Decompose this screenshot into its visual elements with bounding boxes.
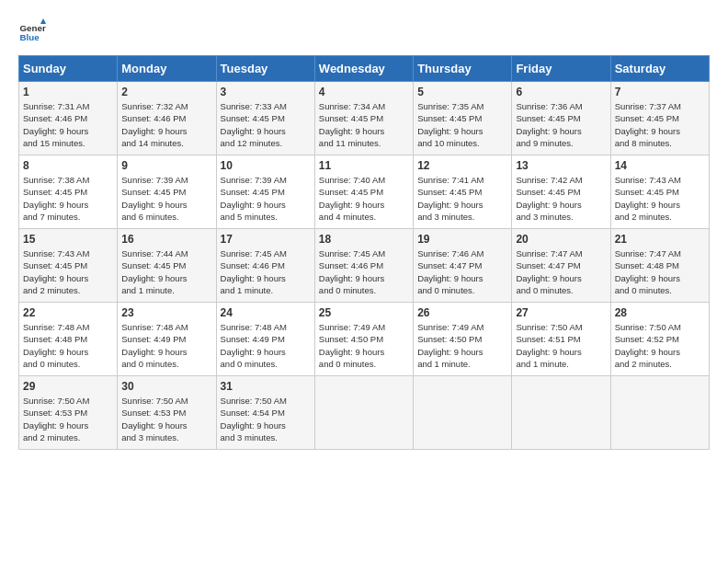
header-cell-friday: Friday	[512, 56, 610, 82]
calendar-header-row: SundayMondayTuesdayWednesdayThursdayFrid…	[19, 56, 710, 82]
day-number: 11	[319, 159, 409, 172]
day-cell: 7Sunrise: 7:37 AM Sunset: 4:45 PM Daylig…	[610, 82, 709, 155]
day-info: Sunrise: 7:33 AM Sunset: 4:45 PM Dayligh…	[221, 100, 311, 149]
page-header: General Blue	[18, 18, 710, 46]
day-info: Sunrise: 7:48 AM Sunset: 4:49 PM Dayligh…	[221, 321, 311, 370]
calendar-body: 1Sunrise: 7:31 AM Sunset: 4:46 PM Daylig…	[19, 82, 710, 450]
day-info: Sunrise: 7:44 AM Sunset: 4:45 PM Dayligh…	[121, 247, 211, 296]
day-cell: 20Sunrise: 7:47 AM Sunset: 4:47 PM Dayli…	[512, 229, 610, 303]
day-number: 2	[121, 86, 211, 98]
header-cell-monday: Monday	[118, 56, 216, 82]
day-number: 1	[23, 86, 113, 98]
day-number: 26	[417, 306, 507, 319]
day-cell: 27Sunrise: 7:50 AM Sunset: 4:51 PM Dayli…	[512, 303, 610, 376]
day-cell: 22Sunrise: 7:48 AM Sunset: 4:48 PM Dayli…	[19, 303, 118, 376]
day-info: Sunrise: 7:39 AM Sunset: 4:45 PM Dayligh…	[121, 174, 211, 223]
day-info: Sunrise: 7:43 AM Sunset: 4:45 PM Dayligh…	[23, 247, 113, 296]
day-info: Sunrise: 7:48 AM Sunset: 4:48 PM Dayligh…	[23, 321, 113, 370]
day-info: Sunrise: 7:48 AM Sunset: 4:49 PM Dayligh…	[121, 321, 211, 370]
logo-icon: General Blue	[18, 18, 46, 46]
day-cell: 11Sunrise: 7:40 AM Sunset: 4:45 PM Dayli…	[314, 155, 413, 229]
day-cell	[610, 376, 709, 450]
day-cell: 15Sunrise: 7:43 AM Sunset: 4:45 PM Dayli…	[19, 229, 118, 303]
day-info: Sunrise: 7:49 AM Sunset: 4:50 PM Dayligh…	[417, 321, 507, 370]
day-info: Sunrise: 7:32 AM Sunset: 4:46 PM Dayligh…	[121, 100, 211, 149]
day-number: 28	[615, 306, 705, 319]
day-cell: 2Sunrise: 7:32 AM Sunset: 4:46 PM Daylig…	[118, 82, 216, 155]
day-cell: 13Sunrise: 7:42 AM Sunset: 4:45 PM Dayli…	[512, 155, 610, 229]
week-row-5: 29Sunrise: 7:50 AM Sunset: 4:53 PM Dayli…	[19, 376, 710, 450]
day-number: 19	[417, 233, 507, 246]
day-cell: 17Sunrise: 7:45 AM Sunset: 4:46 PM Dayli…	[216, 229, 314, 303]
svg-marker-2	[40, 18, 46, 24]
day-cell	[314, 376, 413, 450]
day-number: 21	[615, 233, 705, 246]
day-info: Sunrise: 7:50 AM Sunset: 4:52 PM Dayligh…	[615, 321, 705, 370]
day-info: Sunrise: 7:50 AM Sunset: 4:53 PM Dayligh…	[121, 395, 211, 443]
day-cell: 1Sunrise: 7:31 AM Sunset: 4:46 PM Daylig…	[19, 82, 118, 155]
day-info: Sunrise: 7:42 AM Sunset: 4:45 PM Dayligh…	[516, 174, 606, 223]
day-number: 10	[221, 159, 311, 172]
day-cell: 10Sunrise: 7:39 AM Sunset: 4:45 PM Dayli…	[216, 155, 314, 229]
day-number: 29	[23, 380, 113, 393]
day-info: Sunrise: 7:50 AM Sunset: 4:54 PM Dayligh…	[221, 395, 311, 443]
day-info: Sunrise: 7:45 AM Sunset: 4:46 PM Dayligh…	[319, 247, 409, 296]
day-info: Sunrise: 7:47 AM Sunset: 4:48 PM Dayligh…	[615, 247, 705, 296]
day-cell: 16Sunrise: 7:44 AM Sunset: 4:45 PM Dayli…	[118, 229, 216, 303]
day-number: 7	[615, 86, 705, 98]
day-cell: 28Sunrise: 7:50 AM Sunset: 4:52 PM Dayli…	[610, 303, 709, 376]
logo: General Blue	[18, 18, 50, 46]
day-cell	[414, 376, 512, 450]
day-cell: 31Sunrise: 7:50 AM Sunset: 4:54 PM Dayli…	[216, 376, 314, 450]
day-cell	[512, 376, 610, 450]
day-info: Sunrise: 7:35 AM Sunset: 4:45 PM Dayligh…	[417, 100, 507, 149]
header-cell-thursday: Thursday	[414, 56, 512, 82]
day-cell: 29Sunrise: 7:50 AM Sunset: 4:53 PM Dayli…	[19, 376, 118, 450]
day-number: 24	[221, 306, 311, 319]
day-number: 8	[23, 159, 113, 172]
header-cell-saturday: Saturday	[610, 56, 709, 82]
day-info: Sunrise: 7:47 AM Sunset: 4:47 PM Dayligh…	[516, 247, 606, 296]
day-number: 6	[516, 86, 606, 98]
day-info: Sunrise: 7:46 AM Sunset: 4:47 PM Dayligh…	[417, 247, 507, 296]
day-number: 27	[516, 306, 606, 319]
day-number: 14	[615, 159, 705, 172]
week-row-4: 22Sunrise: 7:48 AM Sunset: 4:48 PM Dayli…	[19, 303, 710, 376]
day-number: 13	[516, 159, 606, 172]
day-cell: 5Sunrise: 7:35 AM Sunset: 4:45 PM Daylig…	[414, 82, 512, 155]
day-info: Sunrise: 7:34 AM Sunset: 4:45 PM Dayligh…	[319, 100, 409, 149]
day-number: 16	[121, 233, 211, 246]
day-cell: 19Sunrise: 7:46 AM Sunset: 4:47 PM Dayli…	[414, 229, 512, 303]
day-cell: 3Sunrise: 7:33 AM Sunset: 4:45 PM Daylig…	[216, 82, 314, 155]
day-number: 12	[417, 159, 507, 172]
day-cell: 24Sunrise: 7:48 AM Sunset: 4:49 PM Dayli…	[216, 303, 314, 376]
header-cell-wednesday: Wednesday	[314, 56, 413, 82]
header-cell-sunday: Sunday	[19, 56, 118, 82]
day-info: Sunrise: 7:43 AM Sunset: 4:45 PM Dayligh…	[615, 174, 705, 223]
day-info: Sunrise: 7:38 AM Sunset: 4:45 PM Dayligh…	[23, 174, 113, 223]
day-number: 31	[221, 380, 311, 393]
day-number: 20	[516, 233, 606, 246]
day-number: 18	[319, 233, 409, 246]
day-cell: 26Sunrise: 7:49 AM Sunset: 4:50 PM Dayli…	[414, 303, 512, 376]
day-cell: 14Sunrise: 7:43 AM Sunset: 4:45 PM Dayli…	[610, 155, 709, 229]
day-number: 3	[221, 86, 311, 98]
svg-text:Blue: Blue	[20, 32, 40, 42]
day-number: 22	[23, 306, 113, 319]
day-info: Sunrise: 7:37 AM Sunset: 4:45 PM Dayligh…	[615, 100, 705, 149]
day-cell: 30Sunrise: 7:50 AM Sunset: 4:53 PM Dayli…	[118, 376, 216, 450]
day-number: 15	[23, 233, 113, 246]
day-cell: 4Sunrise: 7:34 AM Sunset: 4:45 PM Daylig…	[314, 82, 413, 155]
day-cell: 25Sunrise: 7:49 AM Sunset: 4:50 PM Dayli…	[314, 303, 413, 376]
day-info: Sunrise: 7:41 AM Sunset: 4:45 PM Dayligh…	[417, 174, 507, 223]
day-number: 25	[319, 306, 409, 319]
day-cell: 21Sunrise: 7:47 AM Sunset: 4:48 PM Dayli…	[610, 229, 709, 303]
day-cell: 12Sunrise: 7:41 AM Sunset: 4:45 PM Dayli…	[414, 155, 512, 229]
day-info: Sunrise: 7:50 AM Sunset: 4:51 PM Dayligh…	[516, 321, 606, 370]
day-cell: 9Sunrise: 7:39 AM Sunset: 4:45 PM Daylig…	[118, 155, 216, 229]
day-number: 4	[319, 86, 409, 98]
calendar-table: SundayMondayTuesdayWednesdayThursdayFrid…	[18, 55, 710, 450]
day-info: Sunrise: 7:36 AM Sunset: 4:45 PM Dayligh…	[516, 100, 606, 149]
day-info: Sunrise: 7:40 AM Sunset: 4:45 PM Dayligh…	[319, 174, 409, 223]
day-number: 5	[417, 86, 507, 98]
